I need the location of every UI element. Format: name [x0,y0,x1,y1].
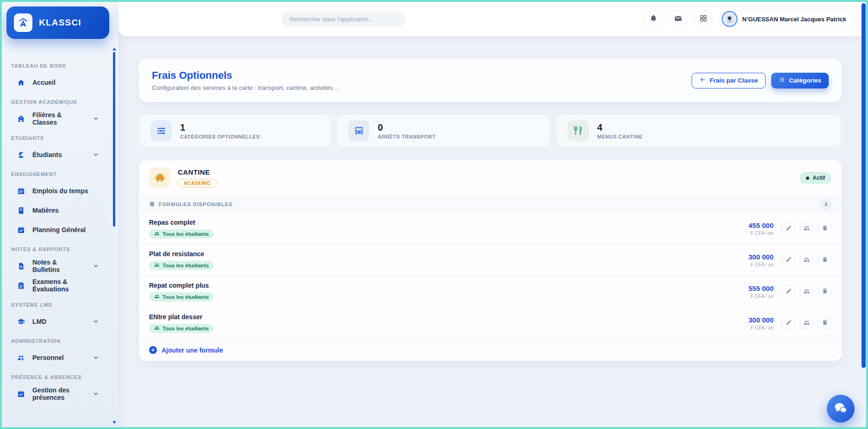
formulas-section-title: FORMULES DISPONIBLES [149,201,232,208]
formula-price: 555 000 [749,284,774,292]
topbar: N’GUESSAN Marcel Jacques Patrick [119,2,866,36]
edit-formula-button[interactable] [782,253,795,267]
page-title: Frais Optionnels [152,69,337,82]
page-header-text: Frais Optionnels Configuration des servi… [152,69,337,91]
sidebar-item-examens-evaluations[interactable]: Examens & Évaluations [9,277,103,294]
assign-students-button[interactable] [800,285,813,298]
nav-section-enseignement: ENSEIGNEMENT Emplois du temps Matières P… [9,171,103,239]
nav-section-label: NOTES & RAPPORTS [11,246,103,252]
chat-bubbles-icon [834,401,848,416]
stat-card-cantine: 4 MENUS CANTINE [556,114,841,147]
sidebar-item-notes-bulletins[interactable]: Notes & Bulletins [9,257,103,275]
school-icon [17,115,25,123]
frais-par-classe-button[interactable]: Frais par Classe [692,73,766,88]
student-icon [17,151,25,159]
sidebar-item-label: Emplois du temps [32,187,88,195]
apps-button[interactable] [694,10,712,28]
delete-formula-button[interactable] [818,316,831,330]
frais-par-classe-label: Frais par Classe [710,77,758,84]
add-formula-button[interactable]: Ajouter une formule [139,339,842,361]
formula-info: Repas complet Tous les étudiants [149,219,214,239]
pencil-icon [786,319,792,327]
chat-fab-button[interactable] [827,395,855,423]
assign-students-button[interactable] [800,253,813,267]
assign-students-button[interactable] [800,316,813,330]
brand-name: KLASSCI [39,18,81,28]
user-menu[interactable]: N’GUESSAN Marcel Jacques Patrick [719,9,855,29]
sidebar-item-emplois-du-temps[interactable]: Emplois du temps [9,182,103,200]
formula-name: ENtre plat desser [149,313,214,321]
users-icon [803,288,810,296]
app-window: KLASSCI TABLEAU DE BORD Accueil GESTION … [0,0,868,429]
nav-section-label: ENSEIGNEMENT [11,171,103,177]
brand-icon [14,13,32,32]
status-label: Actif [812,175,825,181]
search-input[interactable] [281,12,406,26]
categories-label: Catégories [789,77,821,84]
sidebar-scrollbar[interactable] [113,52,115,227]
formulas-count-badge: 4 [820,199,831,210]
stat-value: 4 [597,122,643,132]
page-scrollbar[interactable] [862,3,866,368]
utensils-icon [568,120,589,141]
formula-actions: 455 000 F CFA / an [749,221,831,236]
nav-section-etudiants: ÉTUDIANTS Étudiants [9,135,103,164]
stats-row: 1 CATÉGORIES OPTIONNELLES 0 ARRÊTS TRANS… [139,114,842,147]
category-title-block: CANTINE ACADEMIC [178,168,217,188]
sidebar-scroll-up-arrow[interactable] [112,48,116,50]
nav-section-label: PRÉSENCE & ABSENCES [11,374,103,380]
sidebar-item-label: Étudiants [32,151,62,158]
audience-label: Tous les étudiants [162,294,209,300]
price-block: 555 000 F CFA / an [749,284,774,299]
delete-formula-button[interactable] [818,285,831,298]
categories-button[interactable]: Catégories [771,73,829,88]
formula-row: Repas complet Tous les étudiants 455 000… [139,213,842,245]
sidebar-item-planning-general[interactable]: Planning Général [9,221,103,239]
sidebar-item-label: Filières & Classes [32,111,86,126]
sidebar-item-matieres[interactable]: Matières [9,202,103,219]
formula-name: Plat de resistance [149,250,214,258]
sidebar-item-gestion-presences[interactable]: Gestion des présences [9,385,103,403]
sidebar-item-personnel[interactable]: Personnel [9,349,103,366]
formula-actions: 300 000 F CFA / an [749,253,831,267]
edit-formula-button[interactable] [782,285,795,298]
delete-formula-button[interactable] [818,222,831,235]
page-header-actions: Frais par Classe Catégories [692,73,829,88]
formula-price-unit: F CFA / an [749,293,774,299]
pencil-icon [786,256,792,264]
formula-info: Plat de resistance Tous les étudiants [149,250,214,270]
sidebar-item-filieres-classes[interactable]: Filières & Classes [9,110,103,127]
chevron-down-icon [93,354,99,361]
edit-formula-button[interactable] [782,316,795,330]
sidebar-item-label: Matières [32,207,59,214]
document-icon [17,262,25,270]
calendar-check-icon [17,226,25,234]
sidebar-item-label: Notes & Bulletins [32,259,86,273]
sidebar-item-label: Gestion des présences [32,386,86,401]
messages-button[interactable] [669,10,687,28]
users-icon [154,325,160,332]
chevron-down-icon [93,115,99,122]
status-badge: Actif [799,172,831,184]
sidebar-item-accueil[interactable]: Accueil [9,74,103,91]
audience-badge: Tous les étudiants [149,229,214,239]
sidebar-item-label: LMD [32,318,46,325]
trash-icon [822,288,828,296]
formula-price-unit: F CFA / an [749,230,774,236]
nav-section-dashboard: TABLEAU DE BORD Accueil [9,63,103,91]
sidebar-scroll-down-arrow[interactable] [112,421,116,424]
brand-logo[interactable]: KLASSCI [6,6,109,39]
formula-actions: 300 000 F CFA / an [749,316,831,330]
chevron-down-icon [93,318,99,325]
category-card-cantine: CANTINE ACADEMIC Actif FORMULES DISPONIB… [139,160,842,361]
users-icon [154,262,160,269]
sidebar-item-etudiants[interactable]: Étudiants [9,146,103,164]
notifications-button[interactable] [644,10,662,28]
nav-section-label: ÉTUDIANTS [11,135,103,141]
delete-formula-button[interactable] [818,253,831,267]
edit-formula-button[interactable] [782,222,795,235]
sidebar-item-lmd[interactable]: LMD [9,313,103,330]
assign-students-button[interactable] [800,222,813,235]
topbar-actions: N’GUESSAN Marcel Jacques Patrick [644,9,855,29]
formula-name: Repat complet plus [149,282,214,289]
